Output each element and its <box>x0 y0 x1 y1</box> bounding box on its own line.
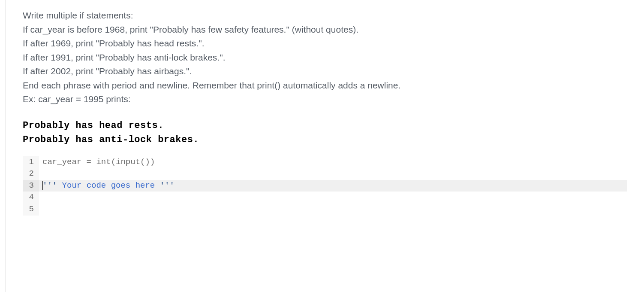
code-operator: = <box>81 157 96 167</box>
code-editor[interactable]: 1 car_year = int(input()) 2 3 ''' Your c… <box>23 156 627 216</box>
code-function: input <box>116 157 140 167</box>
code-paren: ( <box>111 157 116 167</box>
instruction-line: Write multiple if statements: <box>23 9 627 23</box>
code-line[interactable]: 1 car_year = int(input()) <box>23 156 627 168</box>
line-number: 2 <box>23 168 39 180</box>
code-line[interactable]: 4 <box>23 192 627 204</box>
code-line[interactable]: 2 <box>23 168 627 180</box>
instruction-line: If after 1969, print "Probably has head … <box>23 36 627 51</box>
instruction-line: If car_year is before 1968, print "Proba… <box>23 23 627 37</box>
exercise-container: Write multiple if statements: If car_yea… <box>5 0 644 292</box>
instructions-block: Write multiple if statements: If car_yea… <box>23 9 627 106</box>
code-content[interactable]: ''' Your code goes here ''' <box>39 180 627 192</box>
example-output-block: Probably has head rests. Probably has an… <box>23 119 627 147</box>
code-variable: car_year <box>42 157 81 167</box>
example-output-line: Probably has anti-lock brakes. <box>23 133 627 147</box>
code-line[interactable]: 3 ''' Your code goes here ''' <box>23 180 627 192</box>
instruction-line: End each phrase with period and newline.… <box>23 79 627 93</box>
line-number: 5 <box>23 204 39 216</box>
example-output-line: Probably has head rests. <box>23 119 627 133</box>
instruction-line: If after 2002, print "Probably has airba… <box>23 64 627 79</box>
line-number: 4 <box>23 192 39 204</box>
code-line[interactable]: 5 <box>23 204 627 216</box>
code-string-quote: ''' <box>160 181 175 190</box>
instruction-line: If after 1991, print "Probably has anti-… <box>23 51 627 65</box>
code-string-content: Your code goes here <box>57 181 159 190</box>
code-content[interactable]: car_year = int(input()) <box>39 156 627 168</box>
code-function: int <box>96 157 111 167</box>
instruction-line: Ex: car_year = 1995 prints: <box>23 92 627 106</box>
line-number: 1 <box>23 156 39 168</box>
code-string-quote: ''' <box>42 181 57 190</box>
code-paren: ()) <box>140 157 155 167</box>
line-number: 3 <box>23 180 39 192</box>
